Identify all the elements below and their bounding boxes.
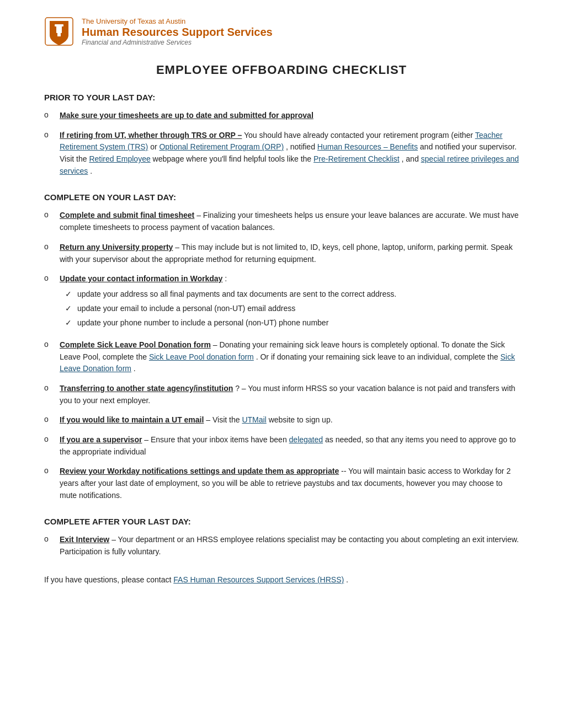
item-retiring-bold: If retiring from UT, whether through TRS…	[60, 131, 242, 140]
complete-last-day-checklist: o Complete and submit final timesheet – …	[44, 210, 519, 501]
item-retiring-text5: webpage where you'll find helpful tools …	[153, 154, 314, 163]
svg-rect-3	[57, 33, 61, 36]
department-sub: Financial and Administrative Services	[82, 39, 273, 46]
complete-after-checklist: o Exit Interview – Your department or an…	[44, 534, 519, 558]
bullet-icon: o	[44, 130, 60, 139]
item-retiring-text2: or	[150, 142, 159, 151]
sub-item-email: update your email to include a personal …	[77, 303, 295, 314]
item-retiring-text6: , and	[402, 154, 421, 163]
item-exit-interview-text: – Your department or an HRSS employee re…	[60, 535, 519, 556]
item-retiring-text7: .	[90, 167, 92, 175]
item-retiring-text1: You should have already contacted your r…	[244, 131, 475, 140]
sub-item-phone: update your phone number to include a pe…	[77, 317, 328, 329]
item-supervisor-label: If you are a supervisor	[60, 435, 142, 444]
footer-text: If you have questions, please contact	[44, 575, 173, 584]
list-item: o Return any University property – This …	[44, 242, 519, 265]
checkmark-icon: ✓	[65, 317, 77, 329]
link-delegated[interactable]: delegated	[289, 435, 323, 444]
footer: If you have questions, please contact FA…	[44, 574, 519, 586]
item-exit-interview: Exit Interview – Your department or an H…	[60, 534, 519, 558]
bullet-icon: o	[44, 340, 60, 349]
list-item: o Complete and submit final timesheet – …	[44, 210, 519, 233]
bullet-icon: o	[44, 274, 60, 282]
item-sick-leave-text3: .	[134, 364, 136, 373]
item-retiring: If retiring from UT, whether through TRS…	[60, 130, 519, 178]
link-hrss[interactable]: FAS Human Resources Support Services (HR…	[173, 575, 344, 584]
section-prior-heading: PRIOR TO YOUR LAST DAY:	[44, 93, 519, 102]
section-complete-last-day: COMPLETE ON YOUR LAST DAY: o Complete an…	[44, 192, 519, 501]
item-workday-notifications: Review your Workday notifications settin…	[60, 465, 519, 501]
item-supervisor: If you are a supervisor – Ensure that yo…	[60, 434, 519, 458]
list-item: ✓ update your email to include a persona…	[65, 303, 519, 314]
list-item: o Update your contact information in Wor…	[44, 273, 519, 331]
item-update-contact-label: Update your contact information in Workd…	[60, 274, 222, 283]
item-final-timesheet-label: Complete and submit final timesheet	[60, 211, 194, 220]
list-item: o Complete Sick Leave Pool Donation form…	[44, 339, 519, 375]
list-item: o Review your Workday notifications sett…	[44, 465, 519, 501]
prior-checklist: o Make sure your timesheets are up to da…	[44, 110, 519, 177]
bullet-icon: o	[44, 415, 60, 424]
item-return-property: Return any University property – This ma…	[60, 242, 519, 265]
svg-rect-2	[55, 24, 63, 26]
link-orp[interactable]: Optional Retirement Program (ORP)	[159, 142, 284, 151]
section-complete-after: COMPLETE AFTER YOUR LAST DAY: o Exit Int…	[44, 517, 519, 558]
bullet-icon: o	[44, 242, 60, 251]
bullet-icon: o	[44, 435, 60, 443]
bullet-icon: o	[44, 383, 60, 392]
item-update-contact-colon: :	[225, 274, 227, 283]
item-timesheets: Make sure your timesheets are up to date…	[60, 110, 519, 122]
item-timesheets-label: Make sure your timesheets are up to date…	[60, 111, 314, 120]
university-name-block: The University of Texas at Austin Human …	[82, 17, 273, 46]
item-return-property-label: Return any University property	[60, 243, 173, 251]
list-item: o Make sure your timesheets are up to da…	[44, 110, 519, 122]
list-item: o If you are a supervisor – Ensure that …	[44, 434, 519, 458]
item-ut-email: If you would like to maintain a UT email…	[60, 414, 519, 426]
bullet-icon: o	[44, 210, 60, 219]
item-workday-notifications-label: Review your Workday notifications settin…	[60, 467, 339, 475]
list-item: o If retiring from UT, whether through T…	[44, 130, 519, 178]
item-sick-leave: Complete Sick Leave Pool Donation form –…	[60, 339, 519, 375]
sub-item-address: update your address so all final payment…	[77, 288, 396, 300]
item-supervisor-text1: – Ensure that your inbox items have been	[144, 435, 289, 444]
list-item: ✓ update your address so all final payme…	[65, 288, 519, 300]
item-ut-email-text2: website to sign up.	[269, 415, 333, 424]
checkmark-icon: ✓	[65, 288, 77, 300]
item-sick-leave-label: Complete Sick Leave Pool Donation form	[60, 340, 211, 349]
page-header: The University of Texas at Austin Human …	[44, 17, 519, 46]
update-contact-sublist: ✓ update your address so all final payme…	[60, 288, 519, 329]
checkmark-icon: ✓	[65, 303, 77, 314]
item-sick-leave-text2: . Or if donating your remaining sick lea…	[256, 352, 501, 361]
item-exit-interview-label: Exit Interview	[60, 535, 109, 544]
item-transferring-label: Transferring to another state agency/ins…	[60, 384, 233, 393]
list-item: o Exit Interview – Your department or an…	[44, 534, 519, 558]
item-transferring: Transferring to another state agency/ins…	[60, 383, 519, 406]
section-complete-last-day-heading: COMPLETE ON YOUR LAST DAY:	[44, 192, 519, 202]
link-pre-retirement[interactable]: Pre-Retirement Checklist	[314, 154, 400, 163]
item-final-timesheet: Complete and submit final timesheet – Fi…	[60, 210, 519, 233]
bullet-icon: o	[44, 466, 60, 475]
link-sick-leave-pool[interactable]: Sick Leave Pool donation form	[149, 352, 254, 361]
link-hr-benefits[interactable]: Human Resources – Benefits	[317, 142, 418, 151]
footer-text2: .	[346, 575, 348, 584]
section-complete-after-heading: COMPLETE AFTER YOUR LAST DAY:	[44, 517, 519, 526]
department-name: Human Resources Support Services	[82, 25, 273, 39]
link-utmail[interactable]: UTMail	[242, 415, 266, 424]
item-update-contact: Update your contact information in Workd…	[60, 273, 519, 331]
link-retired-employee[interactable]: Retired Employee	[89, 154, 150, 163]
list-item: o If you would like to maintain a UT ema…	[44, 414, 519, 426]
bullet-icon: o	[44, 110, 60, 119]
section-prior: PRIOR TO YOUR LAST DAY: o Make sure your…	[44, 93, 519, 177]
university-logo	[44, 17, 74, 46]
item-ut-email-label: If you would like to maintain a UT email	[60, 415, 204, 424]
item-retiring-text3: , notified	[286, 142, 317, 151]
page-title: EMPLOYEE OFFBOARDING CHECKLIST	[44, 63, 519, 77]
list-item: o Transferring to another state agency/i…	[44, 383, 519, 406]
item-ut-email-text1: – Visit the	[206, 415, 242, 424]
university-name: The University of Texas at Austin	[82, 17, 273, 25]
bullet-icon: o	[44, 534, 60, 543]
list-item: ✓ update your phone number to include a …	[65, 317, 519, 329]
